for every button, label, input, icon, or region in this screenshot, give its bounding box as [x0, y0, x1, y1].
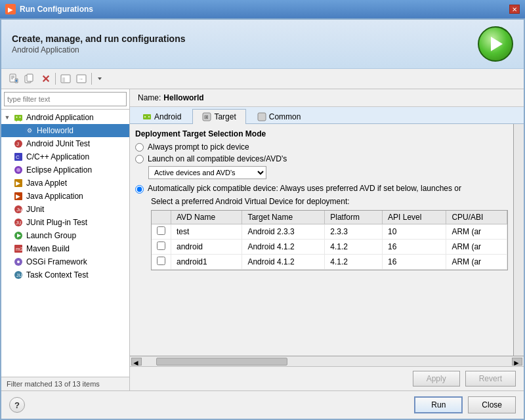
expand-icon-osgi [4, 259, 10, 265]
svg-rect-14 [14, 115, 22, 121]
radio-auto-pick-input[interactable] [135, 185, 144, 194]
svg-text:Ju: Ju [16, 207, 22, 213]
radio-launch-all: Launch on all compatible devices/AVD's [135, 154, 508, 163]
avd-dropdown[interactable]: Active devices and AVD's [148, 166, 266, 179]
tree-item-launch-group[interactable]: Launch Group [1, 229, 129, 242]
svg-text:C: C [16, 154, 20, 160]
row3-target-name: Android 4.1.2 [242, 254, 325, 269]
tree-item-helloworld[interactable]: ⚙ Helloworld [1, 124, 129, 137]
tab-android[interactable]: Android [133, 109, 191, 124]
junit-icon: Ju [13, 204, 24, 215]
applet-icon: ▶ [13, 178, 24, 188]
expand-icon-launch [4, 232, 10, 239]
row3-check [152, 254, 171, 269]
apply-revert-bar: Apply Revert [130, 366, 524, 390]
svg-text:JU: JU [16, 273, 22, 278]
tab-bar: Android ⊞ Target Common [130, 107, 524, 124]
tab-common-label: Common [269, 112, 301, 121]
tab-android-label: Android [154, 112, 181, 121]
svg-text:⊞: ⊞ [204, 114, 209, 120]
col-platform: Platform [325, 211, 383, 224]
tree-label-helloworld: Helloworld [37, 126, 74, 135]
title-bar-left: ▶ Run Configurations [5, 4, 93, 14]
svg-text:▶: ▶ [16, 180, 20, 186]
delete-button[interactable]: ✕ [38, 72, 52, 86]
tree-label-osgi: OSGi Framework [26, 257, 87, 266]
svg-text:→: → [78, 76, 83, 82]
tree-item-junit-plugin[interactable]: JU JUnit Plug-in Test [1, 216, 129, 229]
row1-cpu-abi: ARM (ar [446, 224, 507, 239]
right-scrollbar[interactable] [513, 124, 524, 356]
close-button[interactable]: Close [468, 396, 516, 413]
svg-point-40 [17, 261, 20, 263]
filter2-button[interactable]: → [74, 72, 89, 86]
row3-platform: 4.1.2 [325, 254, 383, 269]
close-window-button[interactable]: ✕ [509, 5, 520, 14]
row2-api-level: 16 [383, 239, 446, 254]
radio-always-prompt-input[interactable] [135, 143, 144, 152]
tree-item-java-app[interactable]: ▶ Java Application [1, 190, 129, 203]
header-text: Create, manage, and run configurations A… [12, 33, 186, 54]
helloworld-icon: ⚙ [24, 125, 34, 136]
config-tree: ▼ Android Application ⚙ Helloworld [1, 110, 129, 377]
tree-item-android-app[interactable]: ▼ Android Application [1, 111, 129, 124]
radio-always-prompt-label: Always prompt to pick device [148, 142, 249, 152]
tree-item-android-junit[interactable]: J Android JUnit Test [1, 137, 129, 150]
tree-label-cpp: C/C++ Application [26, 152, 89, 161]
tree-label-launch-group: Launch Group [26, 231, 76, 240]
revert-button[interactable]: Revert [465, 371, 516, 387]
title-bar: ▶ Run Configurations ✕ [0, 0, 525, 18]
row1-avd-name: test [171, 224, 242, 239]
toolbar: ✕ || → [1, 69, 524, 89]
svg-text:▶: ▶ [16, 193, 20, 200]
apply-button[interactable]: Apply [413, 371, 460, 387]
filter1-button[interactable]: || [58, 72, 73, 86]
col-target-name: Target Name [242, 211, 325, 224]
help-button[interactable]: ? [9, 397, 25, 413]
run-button[interactable] [478, 26, 513, 62]
hscroll-right-btn[interactable]: ► [512, 358, 522, 366]
expand-icon: ▼ [4, 114, 10, 121]
tree-item-osgi[interactable]: OSGi Framework [1, 255, 129, 268]
tree-label-junit: JUnit [26, 205, 44, 214]
toolbar-dropdown[interactable] [94, 72, 105, 86]
svg-rect-17 [16, 119, 17, 121]
row1-checkbox[interactable] [157, 226, 165, 235]
sidebar: ▼ Android Application ⚙ Helloworld [1, 89, 130, 390]
duplicate-button[interactable] [22, 72, 37, 86]
tab-target-label: Target [214, 112, 236, 121]
hscroll-thumb[interactable] [156, 358, 287, 366]
row2-cpu-abi: ARM (ar [446, 239, 507, 254]
main-scroll-area[interactable]: Deployment Target Selection Mode Always … [130, 124, 513, 356]
row2-checkbox[interactable] [157, 242, 165, 250]
row3-checkbox[interactable] [157, 257, 165, 265]
row1-api-level: 10 [383, 224, 446, 239]
tree-item-eclipse[interactable]: Eclipse Application [1, 163, 129, 177]
radio-launch-all-label: Launch on all compatible devices/AVD's [148, 154, 287, 163]
horizontal-scrollbar[interactable]: ◄ ► [130, 356, 524, 366]
radio-launch-all-input[interactable] [135, 155, 144, 163]
tree-item-applet[interactable]: ▶ Java Applet [1, 177, 129, 190]
new-config-button[interactable] [7, 72, 21, 86]
radio-auto-pick-label: Automatically pick compatible device: Al… [148, 183, 461, 194]
android-junit-icon: J [13, 138, 24, 149]
table-row: test Android 2.3.3 2.3.3 10 ARM (ar [152, 224, 507, 239]
tab-common[interactable]: Common [247, 109, 311, 124]
tab-target[interactable]: ⊞ Target [192, 109, 245, 124]
tree-item-cpp[interactable]: C C/C++ Application [1, 150, 129, 163]
name-label: Name: [138, 93, 161, 102]
expand-icon-placeholder [14, 127, 21, 134]
row1-target-name: Android 2.3.3 [242, 224, 325, 239]
svg-point-15 [16, 117, 18, 118]
hscroll-left-btn[interactable]: ◄ [131, 358, 142, 366]
col-api-level: API Level [383, 211, 446, 224]
tree-item-junit[interactable]: Ju JUnit [1, 203, 129, 216]
run-config-button[interactable]: Run [414, 396, 463, 413]
filter-status: Filter matched 13 of 13 items [7, 380, 100, 388]
tree-label-android-junit: Android JUnit Test [26, 139, 90, 148]
svg-rect-8 [27, 74, 33, 81]
svg-text:JU: JU [16, 220, 22, 225]
tree-item-task[interactable]: JU Task Context Test [1, 268, 129, 282]
tree-item-maven[interactable]: m2 Maven Build [1, 242, 129, 255]
filter-input[interactable] [4, 92, 127, 106]
